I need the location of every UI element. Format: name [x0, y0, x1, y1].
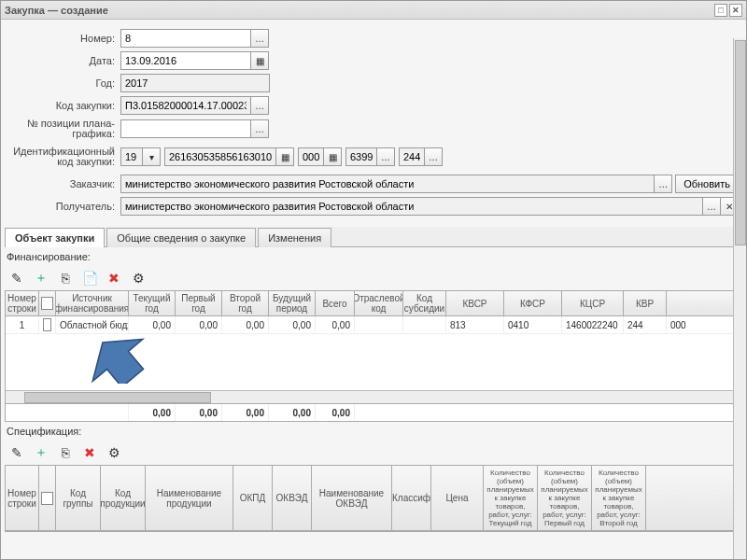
paste-icon[interactable]: 📄 — [79, 268, 100, 288]
delete-icon[interactable]: ✖ — [104, 268, 124, 288]
col-y1[interactable]: Первый год — [176, 291, 222, 315]
col-kcsr[interactable]: КЦСР — [562, 291, 624, 315]
refresh-button[interactable]: Обновить — [675, 175, 739, 193]
scol-extra[interactable] — [646, 466, 741, 530]
tot-tot: 0,00 — [316, 404, 355, 421]
code-input[interactable] — [120, 96, 251, 115]
scol-qty2[interactable]: Количество (объем) планируемых к закупке… — [592, 466, 646, 530]
tab-changes[interactable]: Изменения — [258, 228, 331, 247]
year-label: Год: — [8, 77, 120, 89]
spec-copy-icon[interactable]: ⎘ — [55, 442, 76, 463]
cell-cur: 0,00 — [129, 316, 176, 333]
calendar-icon[interactable]: ▦ — [250, 51, 269, 70]
scol-okvedname[interactable]: Наименование ОКВЭД — [312, 466, 392, 530]
year-input[interactable] — [120, 74, 270, 92]
idcode-seg3-cal-icon[interactable]: ▦ — [323, 147, 342, 166]
financing-grid: Номер строки Источник финансирования Тек… — [5, 290, 742, 404]
col-rowno[interactable]: Номер строки — [6, 291, 39, 315]
collapse-button[interactable]: □ — [714, 4, 727, 17]
scol-rowno[interactable]: Номер строки — [6, 466, 39, 530]
spec-add-icon[interactable]: ＋ — [31, 442, 51, 463]
idcode-seg5-lookup-icon[interactable]: … — [424, 147, 443, 166]
customer-input[interactable] — [120, 175, 655, 193]
gear-icon[interactable]: ⚙ — [128, 268, 148, 288]
financing-toolbar: ✎ ＋ ⎘ 📄 ✖ ⚙ — [5, 266, 742, 290]
spec-header-checkbox[interactable] — [41, 492, 53, 505]
cell-extra: 000 — [667, 316, 741, 333]
idcode-seg2[interactable] — [164, 147, 276, 166]
cell-source: Областной бюджет — [56, 316, 129, 333]
col-kfsr[interactable]: КФСР — [504, 291, 562, 315]
window-vscroll[interactable] — [733, 38, 746, 559]
scol-qty1[interactable]: Количество (объем) планируемых к закупке… — [538, 466, 592, 530]
window-title: Закупка — создание — [5, 5, 108, 16]
scol-okved[interactable]: ОКВЭД — [273, 466, 312, 530]
idcode-seg2-cal-icon[interactable]: ▦ — [275, 147, 294, 166]
col-extra[interactable] — [667, 291, 741, 315]
financing-hscroll[interactable] — [6, 390, 741, 403]
tab-general[interactable]: Общие сведения о закупке — [106, 228, 256, 247]
receiver-lookup-icon[interactable]: … — [702, 197, 721, 216]
hscroll-thumb[interactable] — [24, 392, 211, 403]
row-checkbox[interactable] — [43, 318, 51, 331]
tab-object[interactable]: Объект закупки — [5, 228, 105, 247]
col-kvr[interactable]: КВР — [624, 291, 667, 315]
planpos-label: № позиции плана-графика: — [8, 119, 120, 139]
scol-prodcode[interactable]: Код продукции — [101, 466, 146, 530]
date-input[interactable] — [120, 51, 251, 70]
scol-group[interactable]: Код группы — [56, 466, 101, 530]
idcode-seg5[interactable] — [399, 147, 425, 166]
spec-toolbar: ✎ ＋ ⎘ ✖ ⚙ — [5, 441, 742, 465]
col-curyear[interactable]: Текущий год — [129, 291, 176, 315]
spec-delete-icon[interactable]: ✖ — [79, 442, 100, 463]
planpos-lookup-icon[interactable]: … — [250, 119, 269, 138]
copy-icon[interactable]: ⎘ — [55, 268, 76, 288]
form-area: Номер: … Дата: ▦ Год: Код закупки: … № п… — [5, 21, 742, 223]
scol-check[interactable] — [39, 466, 56, 530]
financing-totals: 0,00 0,00 0,00 0,00 0,00 — [5, 404, 742, 422]
idcode-seg4[interactable] — [345, 147, 377, 166]
number-lookup-icon[interactable]: … — [250, 29, 269, 48]
planpos-input[interactable] — [120, 119, 251, 138]
idcode-label: Идентификационный код закупки: — [8, 147, 120, 167]
cell-kvsr: 813 — [446, 316, 504, 333]
col-total[interactable]: Всего — [316, 291, 355, 315]
cell-check[interactable] — [39, 316, 56, 333]
col-future[interactable]: Будущий период — [269, 291, 316, 315]
financing-row[interactable]: 1 Областной бюджет 0,00 0,00 0,00 0,00 0… — [6, 316, 741, 334]
customer-lookup-icon[interactable]: … — [654, 175, 672, 193]
receiver-input[interactable] — [120, 197, 703, 216]
col-check[interactable] — [39, 291, 56, 315]
vscroll-thumb[interactable] — [735, 40, 746, 245]
scol-okpd[interactable]: ОКПД — [233, 466, 273, 530]
title-bar: Закупка — создание □ ✕ — [1, 1, 746, 20]
scol-prodname[interactable]: Наименование продукции — [146, 466, 233, 530]
cell-future: 0,00 — [269, 316, 316, 333]
cell-y1: 0,00 — [176, 316, 222, 333]
idcode-seg1[interactable] — [120, 147, 143, 166]
col-source[interactable]: Источник финансирования — [56, 291, 129, 315]
spec-gear-icon[interactable]: ⚙ — [104, 442, 124, 463]
col-subsidy[interactable]: Код субсидии — [403, 291, 446, 315]
edit-icon[interactable]: ✎ — [7, 268, 27, 288]
idcode-seg1-dd-icon[interactable]: ▾ — [142, 147, 161, 166]
col-kvsr[interactable]: КВСР — [446, 291, 504, 315]
idcode-seg4-lookup-icon[interactable]: … — [376, 147, 395, 166]
spec-edit-icon[interactable]: ✎ — [7, 442, 27, 463]
idcode-seg3[interactable] — [298, 147, 324, 166]
col-y2[interactable]: Второй год — [222, 291, 269, 315]
window: Закупка — создание □ ✕ Номер: … Дата: ▦ … — [0, 0, 747, 560]
add-icon[interactable]: ＋ — [31, 268, 51, 288]
financing-label: Финансирование: — [5, 247, 742, 266]
scol-qtycur[interactable]: Количество (объем) планируемых к закупке… — [484, 466, 538, 530]
customer-label: Заказчик: — [8, 178, 120, 189]
close-button[interactable]: ✕ — [729, 4, 742, 17]
number-input[interactable] — [120, 29, 251, 48]
cell-y2: 0,00 — [222, 316, 269, 333]
scol-classif[interactable]: Классиф — [392, 466, 431, 530]
header-checkbox[interactable] — [41, 297, 53, 310]
scol-price[interactable]: Цена — [431, 466, 484, 530]
col-industry[interactable]: Отраслевой код — [355, 291, 403, 315]
code-lookup-icon[interactable]: … — [250, 96, 269, 115]
receiver-label: Получатель: — [8, 201, 120, 212]
